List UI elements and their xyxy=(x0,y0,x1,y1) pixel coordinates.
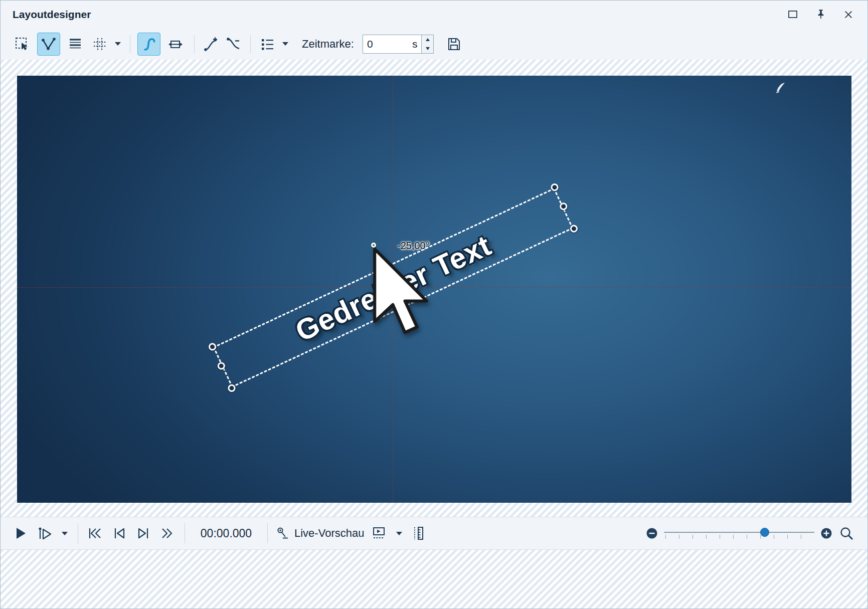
preview-screen-icon xyxy=(372,526,387,541)
resize-handle-bottom-right[interactable] xyxy=(569,224,579,234)
resize-handle-bottom-left[interactable] xyxy=(227,383,237,393)
maximize-icon xyxy=(787,9,798,20)
magnifier-icon xyxy=(839,526,854,541)
transport-separator xyxy=(78,523,78,543)
transform-frame-icon xyxy=(168,37,183,52)
save-icon xyxy=(446,37,461,52)
transport-separator xyxy=(267,523,268,543)
add-curve-point-icon xyxy=(204,37,219,52)
toolbar-separator xyxy=(250,35,251,53)
play-options-dropdown-button[interactable] xyxy=(60,522,70,545)
resize-handle-top-right[interactable] xyxy=(550,182,560,192)
grid-dropdown-button[interactable] xyxy=(113,33,123,56)
fast-forward-icon xyxy=(159,525,176,541)
chevron-down-icon xyxy=(115,42,121,46)
maximize-button[interactable] xyxy=(786,8,799,21)
zoom-slider[interactable] xyxy=(664,526,814,541)
layer-order-button[interactable] xyxy=(64,33,87,56)
zeitmarke-spinner xyxy=(421,35,433,53)
grid-icon xyxy=(92,37,107,52)
resize-handle-right[interactable] xyxy=(559,201,569,212)
play-from-timemark-button[interactable] xyxy=(36,523,54,543)
preview-options-dropdown-button[interactable] xyxy=(394,522,404,545)
layoutdesigner-panel: Layoutdesigner xyxy=(0,0,868,609)
object-list-dropdown-button[interactable] xyxy=(280,33,290,56)
transport-separator xyxy=(185,523,185,543)
object-list-button[interactable] xyxy=(258,33,277,56)
zeitmarke-unit: s xyxy=(411,35,422,53)
zoom-in-button[interactable] xyxy=(819,523,833,543)
window-controls xyxy=(786,8,854,21)
spinner-up-button[interactable] xyxy=(422,35,433,44)
select-tool-button[interactable] xyxy=(11,33,34,56)
play-icon xyxy=(13,525,29,541)
titlebar: Layoutdesigner xyxy=(1,1,867,28)
spinner-up-icon xyxy=(426,38,430,41)
keyframe-curve-icon xyxy=(41,37,56,52)
live-preview-label: Live-Vorschau xyxy=(294,527,364,540)
ruler-button[interactable] xyxy=(410,523,428,543)
close-icon xyxy=(843,10,853,20)
step-forward-icon xyxy=(135,525,151,541)
play-button[interactable] xyxy=(12,523,30,543)
draw-mode-icon xyxy=(774,81,787,94)
zeitmarke-label: Zeitmarke: xyxy=(302,38,354,51)
playback-time: 00:00.000 xyxy=(198,527,254,540)
select-tool-icon xyxy=(15,37,30,52)
save-button[interactable] xyxy=(444,33,463,56)
slide-canvas[interactable]: Gedrehter Text -25,00° xyxy=(17,76,851,503)
live-preview-toggle[interactable]: Live-Vorschau xyxy=(276,526,364,540)
bezier-curve-button[interactable] xyxy=(137,33,160,56)
zoom-fit-button[interactable] xyxy=(838,523,854,543)
zeitmarke-input[interactable] xyxy=(363,35,411,53)
zeitmarke-field: s xyxy=(363,35,434,54)
toolbar-separator xyxy=(130,35,130,53)
mouse-cursor xyxy=(371,247,439,343)
bezier-curve-icon xyxy=(141,37,156,52)
layer-order-icon xyxy=(68,37,83,52)
step-back-icon xyxy=(111,525,127,541)
chevron-down-icon xyxy=(396,532,402,535)
spinner-down-icon xyxy=(426,47,430,50)
pin-icon xyxy=(815,9,826,20)
zoom-slider-thumb[interactable] xyxy=(760,528,769,537)
main-toolbar: Zeitmarke: s xyxy=(1,28,867,60)
zoom-out-icon xyxy=(646,527,658,539)
live-preview-icon xyxy=(276,526,290,540)
close-button[interactable] xyxy=(842,9,854,21)
zoom-slider-ticks xyxy=(665,535,813,539)
grid-button[interactable] xyxy=(90,33,109,56)
play-from-timemark-icon xyxy=(37,525,53,541)
fast-forward-button[interactable] xyxy=(158,523,177,543)
remove-curve-point-icon xyxy=(226,37,241,52)
spinner-down-button[interactable] xyxy=(422,44,433,53)
pin-button[interactable] xyxy=(814,8,827,21)
remove-curve-point-button[interactable] xyxy=(224,33,243,56)
resize-handle-left[interactable] xyxy=(216,361,226,371)
keyframe-curve-button[interactable] xyxy=(37,33,60,56)
step-forward-button[interactable] xyxy=(134,523,152,543)
panel-title: Layoutdesigner xyxy=(13,9,91,21)
step-back-button[interactable] xyxy=(110,523,128,543)
toolbar-separator xyxy=(194,35,195,53)
zoom-slider-track xyxy=(664,532,814,533)
object-list-icon xyxy=(260,37,275,52)
add-curve-point-button[interactable] xyxy=(202,33,221,56)
ruler-icon xyxy=(412,526,427,541)
transport-bar: 00:00.000 Live-Vorschau xyxy=(1,517,867,550)
chevron-down-icon xyxy=(282,42,288,46)
preview-screen-button[interactable] xyxy=(370,523,388,543)
chevron-down-icon xyxy=(62,532,68,535)
transform-frame-button[interactable] xyxy=(164,33,187,56)
zoom-in-icon xyxy=(820,527,832,539)
skip-to-start-icon xyxy=(87,525,103,541)
zoom-controls xyxy=(645,523,854,543)
resize-handle-top-left[interactable] xyxy=(208,342,218,352)
zoom-out-button[interactable] xyxy=(645,523,659,543)
skip-to-start-button[interactable] xyxy=(86,523,104,543)
